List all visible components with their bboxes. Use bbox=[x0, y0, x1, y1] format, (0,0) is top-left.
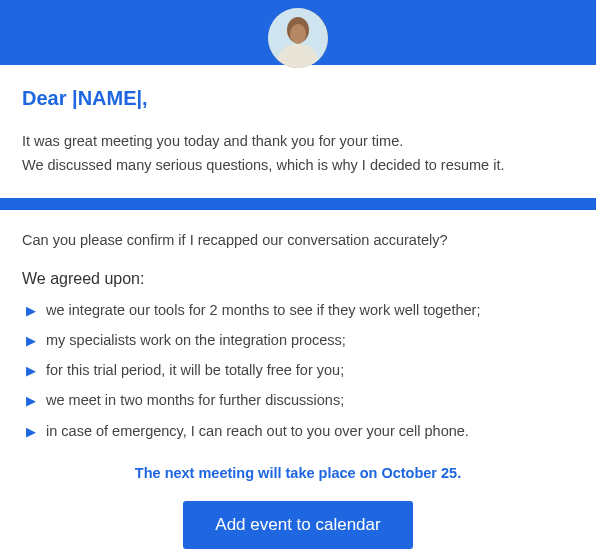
cta-row: Add event to calendar bbox=[22, 501, 574, 549]
bullet-text: in case of emergency, I can reach out to… bbox=[46, 423, 469, 439]
intro-line-2: We discussed many serious questions, whi… bbox=[22, 154, 574, 178]
bullet-text: we meet in two months for further discus… bbox=[46, 392, 344, 408]
email-container: Dear |NAME|, It was great meeting you to… bbox=[0, 0, 596, 555]
list-item: ▶ we meet in two months for further disc… bbox=[26, 392, 574, 410]
bullet-icon: ▶ bbox=[26, 392, 36, 410]
svg-point-3 bbox=[290, 24, 306, 44]
bullet-text: my specialists work on the integration p… bbox=[46, 332, 346, 348]
list-item: ▶ for this trial period, it will be tota… bbox=[26, 362, 574, 380]
header-band bbox=[0, 0, 596, 65]
bullet-list: ▶ we integrate our tools for 2 months to… bbox=[22, 302, 574, 441]
divider-band bbox=[0, 198, 596, 210]
bullet-text: we integrate our tools for 2 months to s… bbox=[46, 302, 480, 318]
agreed-heading: We agreed upon: bbox=[22, 270, 574, 288]
confirm-text: Can you please confirm if I recapped our… bbox=[22, 232, 574, 248]
bullet-icon: ▶ bbox=[26, 332, 36, 350]
avatar-image bbox=[268, 8, 328, 68]
bullet-icon: ▶ bbox=[26, 362, 36, 380]
greeting: Dear |NAME|, bbox=[22, 87, 574, 110]
recap-section: Can you please confirm if I recapped our… bbox=[0, 210, 596, 555]
list-item: ▶ we integrate our tools for 2 months to… bbox=[26, 302, 574, 320]
avatar bbox=[268, 8, 328, 68]
bullet-icon: ▶ bbox=[26, 302, 36, 320]
intro-line-1: It was great meeting you today and thank… bbox=[22, 130, 574, 154]
intro-text: It was great meeting you today and thank… bbox=[22, 130, 574, 178]
bullet-icon: ▶ bbox=[26, 423, 36, 441]
intro-section: Dear |NAME|, It was great meeting you to… bbox=[0, 65, 596, 198]
bullet-text: for this trial period, it will be totall… bbox=[46, 362, 344, 378]
next-meeting-text: The next meeting will take place on Octo… bbox=[22, 465, 574, 481]
add-event-button[interactable]: Add event to calendar bbox=[183, 501, 412, 549]
list-item: ▶ in case of emergency, I can reach out … bbox=[26, 423, 574, 441]
list-item: ▶ my specialists work on the integration… bbox=[26, 332, 574, 350]
